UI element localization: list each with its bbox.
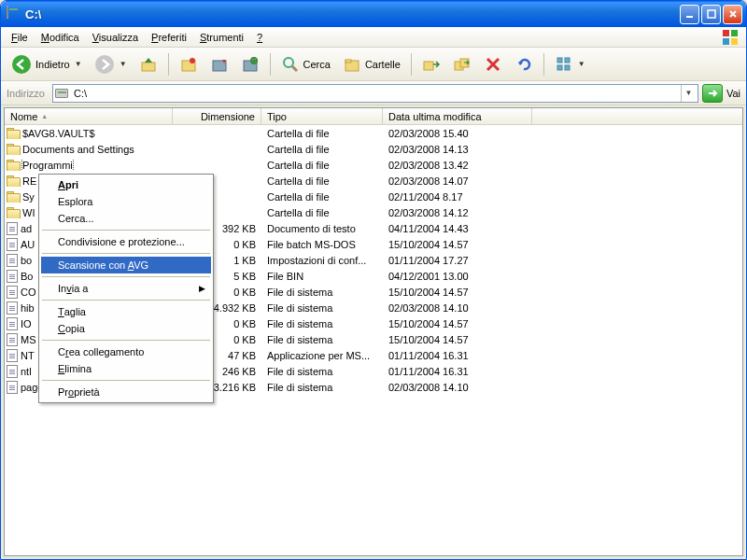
minimize-button[interactable] — [680, 5, 699, 24]
cell-type: File di sistema — [261, 302, 383, 314]
column-modified[interactable]: Data ultima modifica — [383, 108, 532, 124]
cell-date: 02/03/2008 14.13 — [383, 144, 532, 155]
file-icon — [7, 349, 18, 362]
toolbar: Indietro ▼ ▼ Cerca Cartelle ▼ — [1, 48, 746, 81]
cell-name: $AVG8.VAULT$ — [5, 128, 173, 139]
list-item[interactable]: $AVG8.VAULT$Cartella di file02/03/2008 1… — [5, 125, 742, 141]
cell-type: Applicazione per MS... — [261, 350, 383, 361]
cell-type: Cartella di file — [261, 175, 383, 187]
cm-delete[interactable]: Elimina — [41, 360, 211, 377]
menu-help[interactable]: ? — [250, 30, 269, 45]
file-icon — [7, 238, 18, 251]
separator — [42, 230, 210, 231]
cell-date: 01/11/2004 17.27 — [383, 255, 532, 266]
submenu-arrow-icon: ▶ — [199, 284, 205, 293]
sort-asc-icon: ▲ — [41, 113, 48, 119]
svg-point-6 — [12, 55, 31, 74]
cm-cut[interactable]: Taglia — [41, 303, 211, 320]
menu-file[interactable]: File — [5, 30, 35, 45]
cell-type: File di sistema — [261, 287, 383, 298]
cm-explore[interactable]: Esplora — [41, 193, 211, 210]
context-menu: Apri Esplora Cerca... Condivisione e pro… — [38, 174, 214, 403]
cm-copy[interactable]: Copia — [41, 320, 211, 337]
folders-button[interactable]: Cartelle — [338, 51, 405, 77]
menu-tools[interactable]: Strumenti — [193, 30, 250, 45]
cell-type: Cartella di file — [261, 128, 383, 139]
file-icon — [7, 381, 18, 394]
svg-point-10 — [190, 58, 195, 63]
menu-view[interactable]: Visualizza — [86, 30, 145, 45]
cm-send-to[interactable]: Invia a▶ — [41, 280, 211, 297]
separator — [168, 53, 169, 76]
cell-date: 15/10/2004 14.57 — [383, 318, 532, 329]
svg-rect-18 — [424, 62, 433, 70]
file-icon — [7, 222, 18, 235]
svg-rect-3 — [731, 30, 738, 36]
titlebar[interactable]: C:\ — [1, 1, 746, 27]
cell-type: Cartella di file — [261, 207, 383, 218]
svg-rect-21 — [557, 58, 562, 63]
cm-share-security[interactable]: Condivisione e protezione... — [41, 233, 211, 250]
address-dropdown[interactable]: ▼ — [681, 85, 696, 102]
cm-create-shortcut[interactable]: Crea collegamento — [41, 343, 211, 360]
tool-button-move[interactable] — [417, 51, 445, 77]
svg-point-7 — [95, 55, 114, 74]
file-icon — [7, 365, 18, 378]
cell-type: File di sistema — [261, 334, 383, 345]
column-headers: Nome ▲ Dimensione Tipo Data ultima modif… — [5, 108, 742, 125]
menu-edit[interactable]: Modifica — [35, 30, 86, 45]
cell-type: Cartella di file — [261, 160, 383, 171]
back-button[interactable]: Indietro ▼ — [7, 50, 87, 78]
undo-button[interactable] — [510, 51, 538, 77]
address-input-wrap[interactable]: ▼ — [52, 84, 698, 103]
up-button[interactable] — [134, 51, 162, 77]
caret-icon: ▼ — [120, 60, 127, 68]
svg-rect-1 — [708, 10, 715, 18]
cell-date: 02/03/2008 14.07 — [383, 175, 532, 187]
cm-search[interactable]: Cerca... — [41, 210, 211, 227]
svg-point-14 — [284, 58, 293, 67]
search-label: Cerca — [303, 59, 331, 70]
list-item[interactable]: ProgrammiCartella di file02/03/2008 13.4… — [5, 157, 742, 173]
folders-label: Cartelle — [365, 59, 401, 70]
separator — [270, 53, 271, 76]
address-label: Indirizzo — [7, 88, 49, 99]
back-label: Indietro — [35, 59, 70, 70]
menu-favorites[interactable]: Preferiti — [145, 30, 193, 45]
column-type[interactable]: Tipo — [261, 108, 383, 124]
column-name[interactable]: Nome ▲ — [5, 108, 173, 124]
search-button[interactable]: Cerca — [276, 51, 335, 77]
folder-icon — [7, 160, 20, 170]
cm-properties[interactable]: Proprietà — [41, 384, 211, 400]
file-icon — [7, 270, 18, 283]
separator — [42, 300, 210, 301]
column-size[interactable]: Dimensione — [173, 108, 261, 124]
svg-rect-8 — [142, 63, 155, 71]
cell-type: File di sistema — [261, 366, 383, 377]
svg-rect-24 — [565, 65, 570, 70]
tool-button-3[interactable] — [236, 51, 264, 77]
cm-avg-scan[interactable]: Scansione con AVG — [41, 257, 211, 273]
cell-date: 15/10/2004 14.57 — [383, 287, 532, 298]
close-button[interactable] — [723, 5, 742, 24]
views-button[interactable]: ▼ — [550, 51, 590, 77]
cm-open[interactable]: Apri — [41, 176, 211, 193]
cell-type: Documento di testo — [261, 223, 383, 234]
tool-button-2[interactable] — [205, 51, 233, 77]
tool-button-1[interactable] — [175, 51, 203, 77]
tool-button-copy[interactable] — [448, 51, 476, 77]
addressbar: Indirizzo ▼ Vai — [1, 81, 746, 105]
window-title: C:\ — [25, 7, 680, 21]
go-button[interactable] — [702, 84, 723, 103]
windows-logo-icon — [722, 29, 739, 46]
cell-date: 15/10/2004 14.57 — [383, 239, 532, 250]
cell-date: 15/10/2004 14.57 — [383, 334, 532, 345]
folder-icon — [7, 207, 20, 217]
forward-button[interactable]: ▼ — [90, 50, 132, 78]
delete-button[interactable] — [479, 51, 507, 77]
cell-type: File batch MS-DOS — [261, 239, 383, 250]
list-item[interactable]: Documents and SettingsCartella di file02… — [5, 141, 742, 157]
cell-date: 01/11/2004 16.31 — [383, 350, 532, 361]
maximize-button[interactable] — [701, 5, 721, 24]
address-input[interactable] — [72, 87, 677, 100]
